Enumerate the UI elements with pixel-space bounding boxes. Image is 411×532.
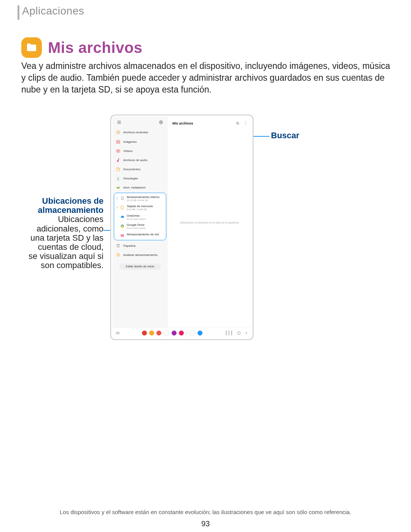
onedrive-icon [120,215,124,219]
storage-item-label: Almacenamiento interno [127,196,159,199]
apps-grid-icon[interactable]: ⁞⁞⁞ [116,331,119,335]
page: Aplicaciones Mis archivos Vea y administ… [0,0,411,532]
taskbar-separator: | [186,331,187,335]
image-icon [116,140,120,144]
svg-rect-5 [116,140,119,143]
callout-storage-desc-l5: se visualizan aquí si [29,251,104,261]
storage-item-sublabel: No se inició sesión [127,227,146,230]
hamburger-icon[interactable] [117,120,121,125]
storage-item-gdrive[interactable]: Google Drive No se inició sesión [114,222,166,231]
intro-paragraph: Vea y administre archivos almacenados en… [21,60,396,96]
device-screenshot: Archivos recientes Imágenes Videos [110,115,253,340]
sidebar-item-label: Documentos [123,168,140,171]
chevron-right-icon [116,197,118,200]
callout-storage-desc-l4: cuentas de cloud, [38,242,104,252]
storage-item-internal[interactable]: Almacenamiento interno 22.15 GB / 64.00 … [114,194,166,203]
taskbar-app-icon[interactable] [198,331,202,335]
svg-marker-8 [118,150,119,152]
taskbar-app-icon[interactable] [149,331,154,335]
nav-home-icon[interactable]: ▢ [238,330,241,335]
storage-item-sublabel: No se inició sesión [127,218,146,220]
nav-recents-icon[interactable]: ||| [225,330,233,335]
music-note-icon [116,158,120,162]
svg-rect-10 [117,187,119,189]
google-drive-icon [120,224,124,228]
storage-item-label: Google Drive [127,224,146,227]
download-icon [116,176,120,181]
apk-icon [116,185,120,190]
sidebar-item-audio[interactable]: Archivos de audio [112,155,168,165]
search-callout: Buscar [271,131,299,141]
empty-state-message: Seleccione un elemento de la lista de la… [168,129,252,327]
svg-line-19 [238,124,239,125]
sidebar-item-apk[interactable]: Arch. instalación [112,183,168,192]
my-files-app-icon [21,37,42,58]
storage-locations-group: Almacenamiento interno 22.15 GB / 64.00 … [114,193,166,240]
page-number: 93 [0,519,411,528]
taskbar-app-icon[interactable] [190,330,195,336]
svg-marker-13 [121,225,123,227]
document-icon [116,167,120,171]
folder-icon [25,42,38,54]
chevron-right-icon [116,206,118,209]
storage-item-sublabel: 22.15 GB / 64.00 GB [127,199,159,202]
callout-storage-title-l1: Ubicaciones de [42,196,104,206]
device-taskbar: ⁞⁞⁞ | ||| ▢ ‹ [112,327,252,338]
page-title: Mis archivos [48,39,142,56]
taskbar-app-icon[interactable] [156,331,161,335]
video-icon [116,149,120,153]
svg-point-3 [161,122,162,123]
callout-storage-title-l2: almacenamiento [38,205,104,215]
storage-item-network[interactable]: Almacenamiento de red [114,231,166,239]
nav-back-icon[interactable]: ‹ [245,330,248,335]
svg-rect-16 [121,236,124,236]
svg-rect-11 [121,197,123,200]
settings-gear-icon[interactable] [159,120,163,125]
sidebar-item-documents[interactable]: Documentos [112,165,168,174]
svg-point-18 [237,122,239,124]
storage-item-sdcard[interactable]: Tarjeta de memoria 5.41 MB / 14.88 GB [114,203,166,212]
taskbar-app-icon[interactable] [179,331,184,335]
sidebar-item-videos[interactable]: Videos [112,146,168,155]
file-manager-content: Mis archivos ⋮ Seleccione un elemento de… [168,117,252,327]
sidebar-item-label: Analizar almacenamiento [123,253,158,257]
sidebar-item-downloads[interactable]: Descargas [112,174,168,183]
sidebar-item-analyze[interactable]: Analizar almacenamiento [112,251,168,260]
analyze-storage-icon [116,253,120,257]
sidebar-item-label: Arch. instalación [123,186,146,189]
clock-icon [116,130,120,134]
file-manager-sidebar: Archivos recientes Imágenes Videos [112,117,168,327]
sdcard-icon [120,205,124,209]
sidebar-item-label: Imágenes [123,140,137,144]
phone-storage-icon [120,196,124,200]
storage-item-label: Tarjeta de memoria [127,205,153,208]
header-accent-line [18,5,19,20]
sidebar-item-recent[interactable]: Archivos recientes [112,128,168,137]
storage-item-sublabel: 5.41 MB / 14.88 GB [127,208,153,211]
svg-marker-14 [121,227,124,228]
callout-storage-desc-l1: Ubicaciones [58,214,104,224]
sidebar-item-label: Descargas [123,177,138,180]
sidebar-item-label: Archivos recientes [123,131,148,134]
title-row: Mis archivos [21,37,142,58]
storage-item-label: Almacenamiento de red [127,233,159,236]
taskbar-app-icon[interactable] [164,330,169,336]
sidebar-item-images[interactable]: Imágenes [112,137,168,146]
storage-item-label: OneDrive [127,214,146,218]
svg-point-6 [117,141,118,142]
navigation-bar: ||| ▢ ‹ [225,330,248,335]
search-icon[interactable] [236,120,240,127]
edit-menu-layout-button[interactable]: Editar diseño de menú [119,264,161,270]
trash-icon [116,244,120,248]
taskbar-app-icon[interactable] [142,331,147,335]
sidebar-item-label: Archivos de audio [123,158,148,162]
callout-storage-desc-l6: son compatibles. [41,260,104,270]
more-options-icon[interactable]: ⋮ [244,121,248,125]
callout-storage-desc-l2: adicionales, como [37,224,104,233]
callout-storage-desc-l3: una tarjeta SD y las [30,233,104,243]
disclaimer-text: Los dispositivos y el software están en … [0,509,411,515]
taskbar-app-icon[interactable] [172,331,177,335]
content-title: Mis archivos [172,121,193,125]
storage-item-onedrive[interactable]: OneDrive No se inició sesión [114,212,166,222]
sidebar-item-trash[interactable]: Papelera [112,241,168,251]
